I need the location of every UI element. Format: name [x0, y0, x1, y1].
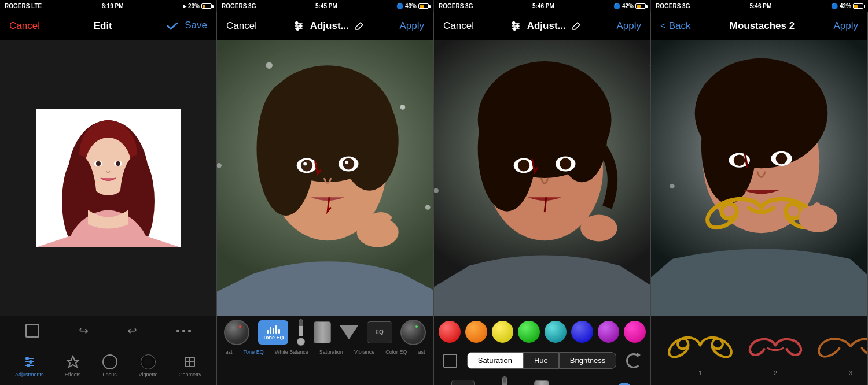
svg-point-63 [560, 158, 571, 169]
knob-dot-green [415, 325, 418, 328]
frame-icon-p3[interactable] [443, 354, 457, 368]
battery-2 [418, 3, 429, 9]
status-right-4: 🔵 42% [831, 3, 863, 9]
panel3-title: Adjust... [527, 20, 566, 32]
color-eq-p3[interactable]: EQ [616, 383, 633, 385]
panel-2: Cancel Adjust... Apply [217, 12, 434, 385]
svg-line-26 [359, 26, 362, 28]
seg-hue[interactable]: Hue [523, 352, 559, 369]
svg-point-9 [116, 161, 120, 166]
panel3-header: Cancel Adjust... Apply [434, 12, 650, 40]
effects-label: Effects [65, 372, 80, 377]
status-bar-4: ROGERS 3G 5:46 PM 🔵 42% [651, 0, 868, 12]
panel4-toolbar: 1 2 [651, 316, 867, 385]
redo-icon[interactable]: ↩ [127, 324, 137, 338]
cast2-knob[interactable] [400, 320, 426, 345]
cast-label: ast [226, 349, 233, 355]
svg-point-68 [670, 184, 674, 188]
seg-saturation[interactable]: Saturation [467, 352, 523, 369]
color-orb-green[interactable] [518, 321, 540, 343]
sticker-item-3[interactable]: 3 [813, 325, 868, 376]
panels-container: Cancel Edit Save [0, 12, 868, 385]
tool-geometry[interactable]: Geometry [178, 354, 201, 377]
carrier-1: ROGERS LTE [5, 3, 42, 9]
panel4-image-area [651, 40, 867, 316]
status-right-2: 🔵 43% [396, 3, 429, 9]
tool-focus[interactable]: Focus [102, 354, 118, 377]
status-right-3: 🔵 42% [613, 3, 646, 9]
frame-icon[interactable] [25, 324, 39, 338]
focus-label: Focus [102, 372, 117, 377]
moustache-red-svg [738, 330, 813, 361]
cast-knob[interactable] [224, 320, 249, 345]
sat-p3[interactable] [534, 380, 549, 385]
sticker-item-1[interactable]: 1 [663, 325, 738, 376]
tone-eq-button[interactable]: Tone EQ [258, 320, 288, 345]
panel2-apply-button[interactable]: Apply [399, 20, 424, 32]
svg-point-75 [734, 154, 745, 166]
color-orb-blue[interactable] [571, 321, 593, 343]
panel2-image [217, 40, 433, 316]
svg-point-49 [516, 24, 518, 27]
battery-fill-3 [637, 5, 641, 8]
panel2-top-row: Tone EQ EQ [217, 316, 433, 348]
reset-button-p3[interactable] [626, 353, 641, 368]
geometry-label: Geometry [178, 372, 201, 377]
sticker-item-2[interactable]: 2 [738, 325, 813, 376]
color-orb-orange[interactable] [465, 321, 487, 343]
panel2-title: Adjust... [310, 20, 349, 32]
focus-icon [102, 354, 118, 370]
cast2-control[interactable] [400, 320, 426, 345]
status-bar-2: ROGERS 3G 5:45 PM 🔵 43% [217, 0, 434, 12]
svg-point-13 [30, 361, 32, 363]
color-orb-purple[interactable] [598, 321, 620, 343]
vibrance-control[interactable] [340, 325, 358, 339]
status-bar-3: ROGERS 3G 5:46 PM 🔵 42% [434, 0, 651, 12]
color-eq-control[interactable]: EQ [367, 321, 392, 343]
panel3-apply-button[interactable]: Apply [616, 20, 641, 32]
panel4-back-button[interactable]: < Back [660, 20, 690, 32]
tool-adjustments[interactable]: Adjustments [15, 354, 44, 377]
svg-point-8 [96, 161, 101, 166]
tone-eq-p3[interactable]: EQ [451, 380, 475, 385]
wb-p3[interactable] [501, 376, 509, 385]
svg-point-11 [26, 357, 28, 360]
cast-control[interactable] [224, 320, 249, 345]
panel2-cancel-button[interactable]: Cancel [226, 20, 257, 32]
panel1-top-icons: ↩ ↩ [0, 316, 216, 345]
effects-icon [65, 354, 81, 370]
time-3: 5:46 PM [532, 3, 554, 9]
panel1-image-svg [36, 109, 181, 247]
tool-vignette[interactable]: Vignette [139, 354, 158, 377]
thermo-p3 [502, 376, 507, 385]
panel2-labels-row: ast Tone EQ White Balance Saturation Vib… [217, 348, 433, 355]
undo-icon[interactable]: ↩ [79, 324, 89, 338]
vib-lbl: Vibrance [354, 349, 374, 355]
panel4-title: Moustaches 2 [730, 20, 795, 32]
color-orb-red[interactable] [439, 321, 461, 343]
panel1-toolbar: ↩ ↩ Adjustments [0, 316, 216, 385]
adjust-icon-p2 [293, 20, 304, 32]
panel1-cancel-button[interactable]: Cancel [9, 20, 40, 32]
saturation-control[interactable] [314, 321, 331, 343]
svg-point-47 [512, 21, 514, 24]
bt-2: 🔵 43% [396, 3, 417, 9]
color-orb-teal[interactable] [545, 321, 567, 343]
ceq-lbl: Color EQ [385, 349, 407, 355]
panel3-cancel-button[interactable]: Cancel [443, 20, 474, 32]
carrier-2: ROGERS 3G [222, 3, 256, 9]
dots-icon[interactable] [176, 330, 191, 332]
panel1-save-button[interactable]: Save [166, 20, 207, 32]
color-orb-yellow[interactable] [492, 321, 514, 343]
color-orb-pink[interactable] [624, 321, 646, 343]
panel3-colors-row [434, 316, 650, 347]
panel-3: Cancel Adjust... Apply [434, 12, 651, 385]
panel4-apply-button[interactable]: Apply [833, 20, 858, 32]
svg-rect-78 [814, 202, 821, 231]
panel-4: < Back Moustaches 2 Apply [651, 12, 868, 385]
white-balance-control[interactable] [297, 319, 305, 346]
panel3-bottom-row: EQ EQ [434, 373, 650, 385]
seg-brightness[interactable]: Brightness [559, 352, 616, 369]
tool-effects[interactable]: Effects [65, 354, 81, 377]
sticker-row: 1 2 [651, 316, 867, 385]
